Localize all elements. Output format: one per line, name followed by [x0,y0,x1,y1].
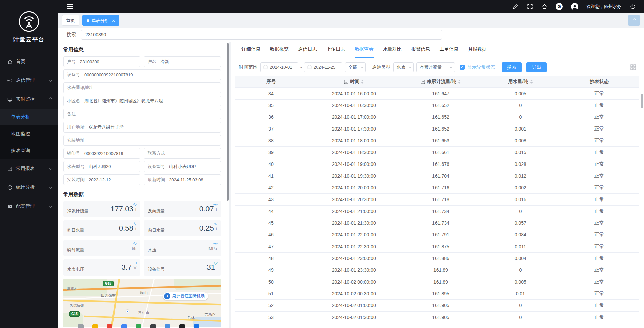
chevron-down-icon [49,204,52,208]
home-icon [7,59,13,65]
taskbar-app-icon[interactable] [78,324,84,328]
table-row[interactable]: 38 2024-10-01 18:00:00 161.653 0.008 正常 [235,135,639,146]
table-row[interactable]: 36 2024-10-01 17:00:00 161.652 0 正常 [235,111,639,123]
sidebar-item-configuration[interactable]: 配置管理 [0,197,58,216]
tab[interactable]: 报警信息 [411,42,430,58]
table-row[interactable]: 51 2024-10-02 00:30:00 161.895 0.01 正常 [235,288,639,299]
table-row[interactable]: 46 2024-10-01 22:00:00 161.791 0.084 正常 [235,229,639,241]
cell-no: 45 [235,217,308,229]
screen: 计量云平台 首页 通信管理 实时监控 单表分析 地图监控 多表查询 [0,0,644,328]
taskbar-app-icon[interactable] [165,324,170,328]
table-row[interactable]: 41 2024-10-01 19:30:00 161.704 0.012 正常 [235,170,639,182]
power-icon[interactable] [630,3,636,10]
cell-net-total: 161.89 [400,276,481,288]
channel-select[interactable]: 水表 [393,62,414,72]
table-row[interactable]: 34 2024-10-01 16:00:00 161.647 0.005 正常 [235,87,639,99]
search-button[interactable]: 搜索 [502,62,522,72]
taskbar-app-icon[interactable] [179,324,185,328]
scroll-top-button[interactable] [628,15,640,26]
fullscreen-icon[interactable] [527,3,533,10]
search-input[interactable] [81,30,442,40]
sidebar-item-map-monitor[interactable]: 地图监控 [0,125,58,142]
tag-home[interactable]: 首页 [62,15,79,26]
range-select[interactable]: 全部 [345,62,366,72]
sidebar-item-home[interactable]: 首页 [0,52,58,71]
tab[interactable]: 水量对比 [383,42,402,58]
taskbar-app-icon[interactable] [194,324,199,328]
taskbar-app-icon[interactable] [107,324,112,328]
user-icon [571,3,578,10]
close-icon[interactable]: × [112,18,115,23]
sidebar-item-single-meter-analysis[interactable]: 单表分析 [0,109,58,125]
scrollbar-thumb[interactable] [227,43,229,201]
taskbar-app-icon[interactable] [121,324,127,328]
g-badge-icon[interactable]: G [556,3,563,10]
cell-no: 42 [235,182,308,193]
grid-icon[interactable] [630,64,636,70]
tab[interactable]: 数据查看 [355,42,374,58]
edit-icon[interactable] [512,3,519,10]
abnormal-checkbox[interactable]: ✓ [460,65,465,70]
hamburger-menu-icon[interactable] [67,4,73,9]
cell-time: 2024-10-01 23:30:00 [308,264,400,276]
tab[interactable]: 通信日志 [298,42,317,58]
date-from-input[interactable]: 2024-10-01 [260,62,298,72]
table-row[interactable]: 53 2024-10-02 01:30:00 161.905 0 正常 [235,311,639,323]
sidebar-item-statistics[interactable]: 统计分析 [0,178,58,197]
col-net-total[interactable]: 净累计流量/吨 [400,76,481,87]
map[interactable]: G15 G15 塘新村 田园张林 峋山 风坑后砚 晋江市 后林 吉坂区 ✈ 泉州… [63,279,221,327]
cell-status: 正常 [560,252,639,264]
airport-marker[interactable]: ✈ 泉州晋江国际机场 [163,292,208,300]
table-scrollbar[interactable] [641,94,643,108]
left-panel-scrollbar[interactable] [226,42,229,328]
table-row[interactable]: 43 2024-10-01 20:30:00 161.718 0.016 正常 [235,193,639,205]
sidebar-item-realtime-monitor[interactable]: 实时监控 [0,90,58,109]
table-row[interactable]: 44 2024-10-01 21:00:00 161.734 0 正常 [235,205,639,217]
sidebar-item-communication[interactable]: 通信管理 [0,71,58,90]
tab[interactable]: 数据概览 [270,42,289,58]
table-row[interactable]: 52 2024-10-02 01:00:00 161.905 0 正常 [235,299,639,311]
taskbar-app-icon[interactable] [92,324,98,328]
table-row[interactable]: 47 2024-10-01 22:30:00 161.875 0.011 正常 [235,241,639,252]
cell-no: 47 [235,241,308,252]
tab[interactable]: 详细信息 [242,42,260,58]
home-icon[interactable] [541,3,548,10]
table-row[interactable]: 35 2024-10-01 16:30:00 161.652 0 正常 [235,99,639,111]
export-button[interactable]: 导出 [526,62,547,72]
cell-net-total: 161.661 [400,146,481,158]
tab[interactable]: 月报数据 [468,42,487,58]
tag-single-meter-analysis[interactable]: 单表分析 × [82,15,119,26]
avatar[interactable] [571,3,578,10]
tab[interactable]: 工单信息 [440,42,458,58]
sidebar-item-reports[interactable]: 常用报表 [0,159,58,178]
table-row[interactable]: 42 2024-10-01 20:00:00 161.716 0.002 正常 [235,182,639,193]
cell-net-total: 161.652 [400,123,481,135]
highway-badge: G15 [69,311,80,317]
sliders-icon [7,204,13,209]
taskbar-app-icon[interactable] [136,324,141,328]
col-no: 序号 [235,76,308,87]
table-row[interactable]: 48 2024-10-01 23:00:00 161.886 0.004 正常 [235,252,639,264]
table-row[interactable]: 45 2024-10-01 21:30:00 161.734 0.057 正常 [235,217,639,229]
sidebar-item-multi-meter-query[interactable]: 多表查询 [0,142,58,159]
table-row[interactable]: 37 2024-10-01 17:30:00 161.652 0.001 正常 [235,123,639,135]
table-header-row: 序号 时间 [235,76,639,87]
stats-title: 常用数据 [63,187,221,201]
table-row[interactable]: 50 2024-10-02 00:00:00 161.89 0.005 正常 [235,276,639,288]
cell-usage: 0.001 [481,123,560,135]
chevron-down-icon [450,65,452,68]
cell-status: 正常 [560,182,639,193]
table-row[interactable]: 39 2024-10-01 18:30:00 161.661 0.015 正常 [235,146,639,158]
cell-no: 53 [235,311,308,323]
col-usage[interactable]: 用水量/吨 [481,76,560,87]
monitor-icon [7,97,13,102]
date-to-input[interactable]: 2024-11-25 [304,62,342,72]
cell-usage: 0 [481,205,560,217]
taskbar-app-icon[interactable] [150,324,156,328]
metric-select[interactable]: 净累计流量 [416,62,455,72]
tab[interactable]: 上传日志 [326,42,345,58]
table-row[interactable]: 49 2024-10-01 23:30:00 161.89 0 正常 [235,264,639,276]
table-row[interactable]: 40 2024-10-01 19:00:00 161.676 0.028 正常 [235,158,639,170]
tab-label: 报警信息 [411,46,430,52]
col-time[interactable]: 时间 [308,76,400,87]
